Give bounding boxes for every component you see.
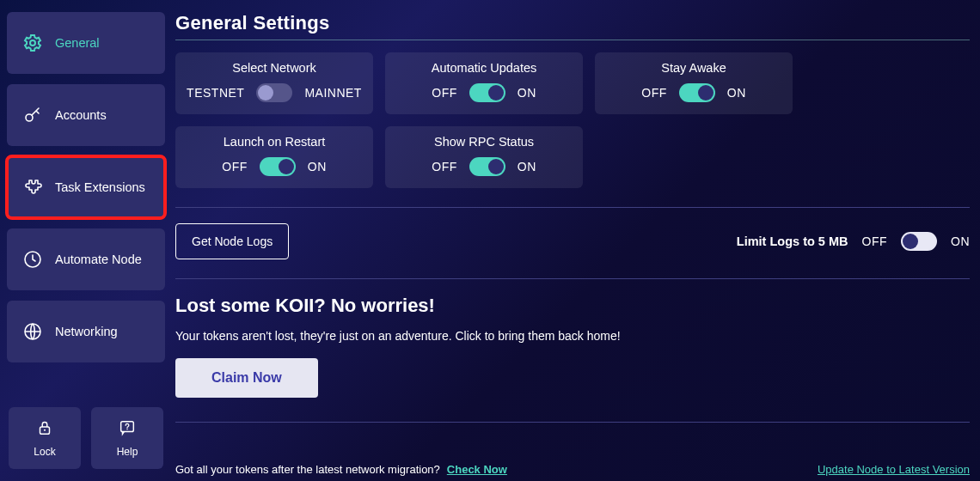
limit-logs-group: Limit Logs to 5 MB OFF ON [737, 232, 970, 251]
help-button[interactable]: Help [91, 407, 163, 469]
card-title: Select Network [232, 61, 316, 75]
sidebar-item-accounts[interactable]: Accounts [7, 84, 165, 146]
sidebar-item-label: Networking [55, 325, 118, 338]
sidebar-item-label: Automate Node [55, 253, 142, 266]
lost-koii-section: Lost some KOII? No worries! Your tokens … [175, 295, 970, 398]
toggle-launch-on-restart[interactable] [260, 157, 296, 176]
card-title: Show RPC Status [434, 135, 534, 149]
sidebar-item-label: Task Extensions [55, 180, 145, 194]
card-title: Automatic Updates [432, 61, 537, 75]
globe-icon [22, 321, 43, 342]
divider [175, 278, 970, 279]
svg-point-0 [30, 40, 35, 46]
card-show-rpc-status: Show RPC Status OFF ON [385, 126, 583, 188]
sidebar-item-label: Accounts [55, 108, 107, 122]
sidebar-item-general[interactable]: General [7, 12, 165, 74]
lost-heading: Lost some KOII? No worries! [175, 295, 970, 317]
main-content: General Settings Select Network TESTNET … [172, 0, 980, 481]
update-node-link[interactable]: Update Node to Latest Version [818, 463, 970, 476]
toggle-right-label: MAINNET [304, 86, 362, 100]
sidebar-item-task-extensions[interactable]: Task Extensions [7, 156, 165, 218]
svg-point-7 [126, 429, 127, 429]
toggle-automatic-updates[interactable] [469, 83, 505, 102]
svg-rect-6 [121, 422, 134, 432]
key-icon [22, 105, 43, 125]
toggle-left-label: OFF [641, 86, 667, 100]
gear-icon [22, 33, 43, 53]
get-node-logs-button[interactable]: Get Node Logs [175, 223, 289, 259]
help-icon [118, 418, 137, 441]
limit-logs-label: Limit Logs to 5 MB [737, 234, 848, 248]
divider [175, 422, 970, 423]
footer-question: Got all your tokens after the latest net… [175, 463, 440, 476]
page-title: General Settings [175, 12, 970, 34]
card-select-network: Select Network TESTNET MAINNET [175, 52, 373, 114]
toggle-limit-logs[interactable] [901, 232, 937, 251]
divider [175, 207, 970, 208]
toggle-right-label: ON [518, 86, 536, 100]
lock-button[interactable]: Lock [9, 407, 81, 469]
toggle-left-label: TESTNET [187, 86, 244, 100]
lock-icon [35, 418, 54, 441]
sidebar-item-label: General [55, 36, 100, 50]
toggle-show-rpc-status[interactable] [469, 157, 505, 176]
sidebar-item-networking[interactable]: Networking [7, 301, 165, 362]
clock-icon [22, 249, 43, 270]
claim-now-button[interactable]: Claim Now [175, 358, 318, 398]
check-now-link[interactable]: Check Now [447, 463, 507, 476]
sidebar: General Accounts Task Extensions [0, 0, 172, 481]
divider [175, 40, 970, 40]
card-title: Launch on Restart [224, 135, 326, 149]
card-title: Stay Awake [661, 61, 726, 75]
toggle-left-label: OFF [432, 86, 457, 100]
svg-point-5 [44, 429, 46, 431]
toggle-right-label: ON [951, 234, 970, 248]
toggle-right-label: ON [308, 160, 327, 174]
toggle-select-network[interactable] [256, 83, 292, 102]
toggle-left-label: OFF [222, 160, 248, 174]
toggle-right-label: ON [518, 160, 536, 174]
card-stay-awake: Stay Awake OFF ON [595, 52, 793, 114]
lock-label: Lock [34, 446, 55, 458]
toggle-left-label: OFF [432, 160, 457, 174]
toggle-left-label: OFF [862, 234, 888, 248]
card-automatic-updates: Automatic Updates OFF ON [385, 52, 583, 114]
toggle-right-label: ON [727, 86, 746, 100]
lost-subtext: Your tokens aren't lost, they're just on… [175, 329, 970, 343]
card-launch-on-restart: Launch on Restart OFF ON [175, 126, 373, 188]
toggle-stay-awake[interactable] [679, 83, 715, 102]
sidebar-item-automate-node[interactable]: Automate Node [7, 228, 165, 290]
help-label: Help [117, 446, 138, 458]
puzzle-icon [22, 177, 43, 198]
settings-cards: Select Network TESTNET MAINNET Automatic… [175, 52, 970, 188]
